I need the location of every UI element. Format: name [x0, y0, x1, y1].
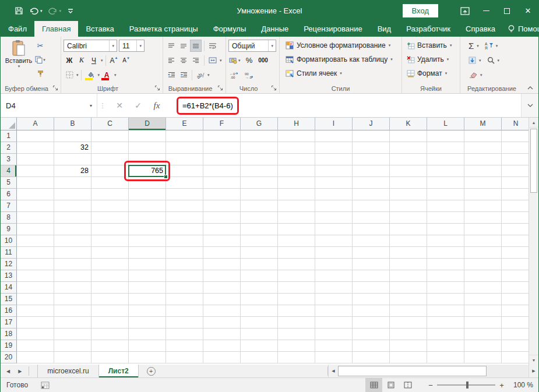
copy-button[interactable]: ▾ — [34, 54, 46, 66]
cell-K7[interactable] — [390, 200, 427, 212]
row-header-8[interactable]: 8 — [1, 212, 17, 224]
cell-A9[interactable] — [17, 224, 54, 235]
cell-G10[interactable] — [241, 235, 278, 247]
undo-dropdown-icon[interactable]: ▾ — [40, 9, 43, 13]
cell-D12[interactable] — [129, 259, 166, 270]
name-box-dropdown-icon[interactable]: ▾ — [90, 103, 97, 108]
row-header-17[interactable]: 17 — [1, 317, 17, 329]
cell-G1[interactable] — [241, 130, 278, 142]
cell-B13[interactable] — [54, 270, 91, 282]
cell-N19[interactable] — [502, 340, 530, 352]
row-header-9[interactable]: 9 — [1, 224, 17, 235]
cell-H11[interactable] — [278, 247, 315, 259]
cell-A13[interactable] — [17, 270, 54, 282]
cell-A11[interactable] — [17, 247, 54, 259]
cell-I7[interactable] — [315, 200, 353, 212]
cell-B7[interactable] — [54, 200, 91, 212]
cell-I12[interactable] — [315, 259, 353, 270]
merge-center-button[interactable] — [207, 54, 219, 66]
cell-L12[interactable] — [427, 259, 464, 270]
cell-D4[interactable]: 765 — [129, 165, 166, 177]
cell-I19[interactable] — [315, 340, 353, 352]
sheet-tab-Лист2[interactable]: Лист2 — [99, 365, 139, 377]
cell-N10[interactable] — [502, 235, 530, 247]
conditional-formatting-button[interactable]: ≠ Условное форматирование▾ — [286, 38, 400, 52]
cell-H3[interactable] — [278, 154, 315, 165]
row-header-16[interactable]: 16 — [1, 305, 17, 317]
cell-L20[interactable] — [427, 352, 464, 363]
cell-K18[interactable] — [390, 329, 427, 340]
cell-E19[interactable] — [166, 340, 203, 352]
cell-H10[interactable] — [278, 235, 315, 247]
cell-C3[interactable] — [91, 154, 129, 165]
maximize-button[interactable] — [496, 1, 517, 21]
row-header-1[interactable]: 1 — [1, 130, 17, 142]
cut-button[interactable]: ✂ — [34, 40, 46, 52]
cell-C14[interactable] — [91, 282, 129, 294]
cell-L4[interactable] — [427, 165, 464, 177]
cell-N9[interactable] — [502, 224, 530, 235]
cell-E5[interactable] — [166, 177, 203, 189]
row-header-6[interactable]: 6 — [1, 189, 17, 200]
number-dialog-launcher[interactable] — [271, 85, 277, 91]
name-box[interactable]: D4 ▾ — [1, 94, 97, 117]
cell-K16[interactable] — [390, 305, 427, 317]
formula-bar-resize-handle[interactable]: ⋮ — [97, 94, 108, 117]
number-format-combo[interactable]: Общий▾ — [228, 40, 276, 52]
cell-J18[interactable] — [353, 329, 390, 340]
cell-G15[interactable] — [241, 294, 278, 305]
normal-view-button[interactable] — [365, 378, 382, 392]
cell-M16[interactable] — [464, 305, 502, 317]
cell-K11[interactable] — [390, 247, 427, 259]
cell-L10[interactable] — [427, 235, 464, 247]
column-header-M[interactable]: M — [464, 118, 502, 130]
underline-dropdown-icon[interactable]: ▾ — [101, 58, 103, 63]
cell-C19[interactable] — [91, 340, 129, 352]
cell-C2[interactable] — [91, 142, 129, 154]
cell-E7[interactable] — [166, 200, 203, 212]
scroll-down-icon[interactable]: ▼ — [529, 355, 538, 365]
expand-formula-bar-button[interactable] — [521, 94, 538, 117]
new-sheet-button[interactable]: + — [139, 365, 164, 377]
clear-button[interactable]: ▾ — [468, 68, 482, 82]
ribbon-tab-Данные[interactable]: Данные — [253, 21, 296, 37]
accounting-format-button[interactable]: ▾ — [228, 54, 241, 66]
scroll-up-icon[interactable]: ▲ — [529, 118, 538, 128]
cell-H20[interactable] — [278, 352, 315, 363]
cell-H15[interactable] — [278, 294, 315, 305]
increase-decimal-button[interactable]: ←0,00 — [228, 69, 240, 81]
cell-F10[interactable] — [203, 235, 241, 247]
column-header-I[interactable]: I — [315, 118, 353, 130]
cell-H4[interactable] — [278, 165, 315, 177]
fill-color-button[interactable] — [84, 69, 97, 81]
cell-I3[interactable] — [315, 154, 353, 165]
cell-I5[interactable] — [315, 177, 353, 189]
cell-L8[interactable] — [427, 212, 464, 224]
cell-J1[interactable] — [353, 130, 390, 142]
cell-M11[interactable] — [464, 247, 502, 259]
ribbon-tab-Вставка[interactable]: Вставка — [78, 21, 121, 37]
fill-color-dropdown-icon[interactable]: ▾ — [98, 73, 100, 77]
zoom-level-label[interactable]: 100 % — [508, 381, 538, 389]
cell-F3[interactable] — [203, 154, 241, 165]
cell-K9[interactable] — [390, 224, 427, 235]
fill-button[interactable]: ▾ — [468, 54, 481, 68]
cell-A3[interactable] — [17, 154, 54, 165]
cell-F1[interactable] — [203, 130, 241, 142]
cell-K2[interactable] — [390, 142, 427, 154]
cell-C7[interactable] — [91, 200, 129, 212]
cell-L5[interactable] — [427, 177, 464, 189]
cell-E10[interactable] — [166, 235, 203, 247]
cell-K1[interactable] — [390, 130, 427, 142]
cell-J12[interactable] — [353, 259, 390, 270]
cell-J8[interactable] — [353, 212, 390, 224]
sheet-tab-microexcel.ru[interactable]: microexcel.ru — [37, 365, 98, 377]
row-header-11[interactable]: 11 — [1, 247, 17, 259]
cell-J2[interactable] — [353, 142, 390, 154]
cell-M14[interactable] — [464, 282, 502, 294]
underline-button[interactable]: Ч — [88, 54, 100, 66]
ribbon-tab-Справка[interactable]: Справка — [458, 21, 503, 37]
column-header-K[interactable]: K — [390, 118, 427, 130]
cell-B6[interactable] — [54, 189, 91, 200]
cell-L9[interactable] — [427, 224, 464, 235]
